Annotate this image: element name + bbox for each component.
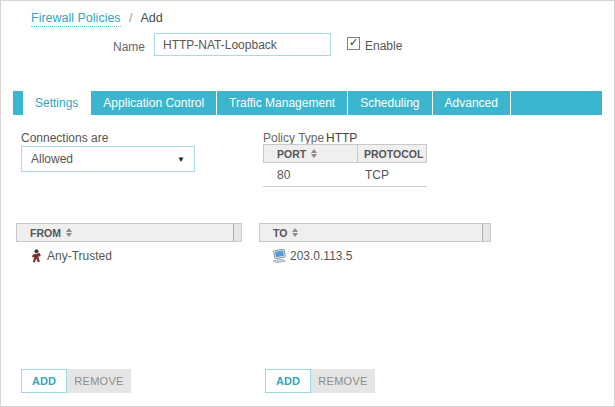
from-list-scrollbar[interactable] bbox=[233, 224, 241, 241]
port-protocol-table: PORT PROTOCOL 80 TCP bbox=[263, 144, 427, 187]
protocol-column-header: PROTOCOL bbox=[357, 145, 426, 162]
host-computer-icon bbox=[272, 249, 287, 263]
tab-bar-filler bbox=[511, 91, 602, 115]
name-label: Name bbox=[109, 40, 145, 54]
tab-application-control[interactable]: Application Control bbox=[91, 91, 216, 115]
breadcrumb-separator: / bbox=[129, 11, 132, 25]
protocol-cell: TCP bbox=[358, 168, 389, 182]
from-list: FROM Any-Trusted bbox=[16, 223, 242, 263]
from-list-item-any-trusted[interactable]: Any-Trusted bbox=[29, 249, 242, 263]
from-column-header-label: FROM bbox=[30, 227, 61, 239]
port-cell: 80 bbox=[263, 168, 358, 182]
port-column-header-label: PORT bbox=[277, 148, 306, 160]
enable-label: Enable bbox=[365, 39, 402, 53]
tab-advanced[interactable]: Advanced bbox=[433, 91, 510, 115]
tab-bar: Settings Application Control Traffic Man… bbox=[13, 91, 602, 115]
policy-type-value: HTTP bbox=[326, 131, 357, 145]
from-remove-button[interactable]: REMOVE bbox=[67, 369, 131, 393]
breadcrumb: Firewall Policies / Add bbox=[31, 11, 163, 25]
from-list-item-label: Any-Trusted bbox=[47, 249, 112, 263]
protocol-column-header-label: PROTOCOL bbox=[364, 148, 423, 160]
port-table-row[interactable]: 80 TCP bbox=[263, 163, 427, 187]
to-add-button[interactable]: ADD bbox=[265, 369, 311, 393]
to-list-item-label: 203.0.113.5 bbox=[290, 249, 353, 263]
port-table-header-row: PORT PROTOCOL bbox=[263, 144, 427, 163]
enable-checkbox[interactable]: ✓ bbox=[347, 37, 360, 50]
connections-are-label: Connections are bbox=[21, 131, 108, 145]
to-remove-button[interactable]: REMOVE bbox=[311, 369, 375, 393]
from-buttons: ADD REMOVE bbox=[21, 369, 131, 393]
connections-are-select[interactable]: Allowed ▼ bbox=[21, 146, 195, 172]
to-buttons: ADD REMOVE bbox=[265, 369, 375, 393]
policy-type-label: Policy Type bbox=[263, 131, 324, 145]
from-add-button[interactable]: ADD bbox=[21, 369, 67, 393]
connections-are-selected-value: Allowed bbox=[31, 152, 73, 166]
from-column-header[interactable]: FROM bbox=[16, 223, 242, 242]
tab-settings[interactable]: Settings bbox=[23, 91, 90, 119]
to-column-header-label: TO bbox=[273, 227, 287, 239]
tab-scheduling[interactable]: Scheduling bbox=[348, 91, 431, 115]
sort-icon bbox=[292, 228, 298, 237]
alias-person-icon bbox=[29, 249, 44, 263]
add-firewall-policy-page: Firewall Policies / Add Name ✓ Enable Se… bbox=[0, 0, 615, 407]
breadcrumb-current-add: Add bbox=[140, 11, 162, 25]
tab-traffic-management[interactable]: Traffic Management bbox=[217, 91, 347, 115]
sort-icon bbox=[311, 149, 317, 158]
sort-icon bbox=[66, 228, 72, 237]
to-list: TO 203.0.113.5 bbox=[259, 223, 491, 263]
tab-bar-leading-strip bbox=[13, 91, 23, 115]
to-column-header[interactable]: TO bbox=[259, 223, 491, 242]
to-list-scrollbar[interactable] bbox=[482, 224, 490, 241]
to-list-item-host[interactable]: 203.0.113.5 bbox=[272, 249, 491, 263]
policy-name-input[interactable] bbox=[154, 33, 331, 56]
dropdown-arrow-icon: ▼ bbox=[177, 155, 185, 164]
checkmark-icon: ✓ bbox=[349, 37, 358, 48]
port-column-header[interactable]: PORT bbox=[264, 145, 357, 162]
breadcrumb-link-firewall-policies[interactable]: Firewall Policies bbox=[31, 11, 121, 27]
